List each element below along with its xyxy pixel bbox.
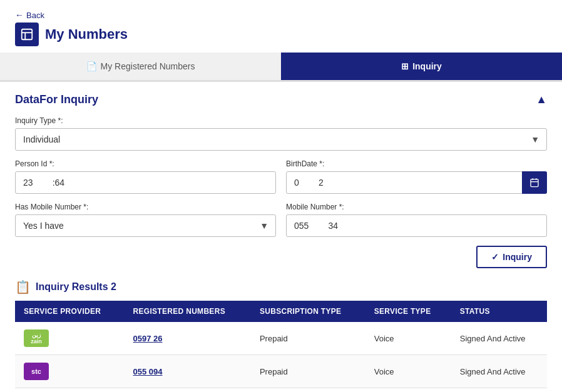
- has-mobile-label: Has Mobile Number *:: [15, 203, 276, 211]
- page-header: ← Back My Numbers: [0, 0, 562, 53]
- birth-date-label: BirthDate *:: [286, 159, 547, 168]
- table-row: stc055 094PrepaidVoiceSigned And Active: [15, 355, 547, 388]
- results-title: Inquiry Results 2: [36, 281, 116, 293]
- tab-inquiry[interactable]: ⊞ Inquiry: [281, 53, 562, 80]
- mobile-row: Has Mobile Number *: Yes I have No ▼ Mob…: [15, 203, 547, 237]
- mobile-number-col: Mobile Number *:: [286, 203, 547, 237]
- person-id-input[interactable]: [15, 171, 276, 194]
- birth-date-wrapper: [286, 171, 547, 194]
- registered-number: 0597 26: [133, 334, 163, 343]
- has-mobile-col: Has Mobile Number *: Yes I have No ▼: [15, 203, 276, 237]
- col-subscription-type: SUBSCRIPTION TYPE: [251, 301, 365, 322]
- tab-registered-icon: 📄: [86, 61, 97, 71]
- results-header: 📋 Inquiry Results 2: [15, 279, 547, 294]
- tab-inquiry-label: Inquiry: [412, 61, 442, 71]
- registered-number: 055 094: [133, 367, 163, 376]
- registered-number-cell: 055 094: [125, 355, 251, 388]
- results-icon: 📋: [15, 279, 31, 294]
- svg-rect-3: [531, 179, 538, 187]
- person-id-col: Person Id *:: [15, 159, 276, 194]
- col-status: STATUS: [451, 301, 547, 322]
- page-wrapper: ← Back My Numbers 📄 My Registered Number…: [0, 0, 562, 392]
- has-mobile-select-wrapper: Yes I have No ▼: [15, 214, 276, 237]
- service-type-cell: Voice: [365, 355, 451, 388]
- back-link[interactable]: ← Back: [15, 10, 547, 20]
- birth-date-input[interactable]: [286, 171, 547, 194]
- inquiry-type-label: Inquiry Type *:: [15, 116, 547, 125]
- page-icon: [15, 23, 39, 46]
- registered-number-cell: 0597 26: [125, 322, 251, 355]
- person-id-label: Person Id *:: [15, 159, 276, 168]
- subscription-type-cell: Prepaid: [251, 355, 365, 388]
- inquiry-button-label: Inquiry: [503, 252, 532, 262]
- mobile-number-input[interactable]: [286, 214, 547, 237]
- person-birth-row: Person Id *: BirthDate *:: [15, 159, 547, 194]
- status-cell: Signed And Active: [451, 355, 547, 388]
- tab-registered-label: My Registered Numbers: [101, 61, 195, 71]
- inquiry-type-select[interactable]: Individual Corporate: [15, 128, 547, 151]
- provider-logo-stc: stc: [24, 363, 49, 380]
- mobile-number-label: Mobile Number *:: [286, 203, 547, 211]
- has-mobile-select[interactable]: Yes I have No: [15, 214, 276, 237]
- section-header: DataFor Inquiry ▲: [15, 93, 547, 106]
- inquiry-btn-row: ✓ Inquiry: [15, 246, 547, 268]
- provider-logo-zain: زينzain: [24, 329, 49, 347]
- back-label: Back: [26, 11, 44, 20]
- inquiry-check-icon: ✓: [491, 252, 499, 262]
- page-title: My Numbers: [45, 26, 128, 43]
- page-title-row: My Numbers: [15, 23, 547, 46]
- results-table: SERVICE PROVIDER REGISTERED NUMBERS SUBS…: [15, 301, 547, 388]
- tab-inquiry-icon: ⊞: [401, 61, 409, 71]
- tab-registered[interactable]: 📄 My Registered Numbers: [0, 53, 281, 80]
- back-arrow-icon: ←: [15, 10, 24, 20]
- inquiry-button[interactable]: ✓ Inquiry: [476, 246, 547, 268]
- provider-cell: زينzain: [15, 322, 125, 355]
- provider-cell: stc: [15, 355, 125, 388]
- status-cell: Signed And Active: [451, 322, 547, 355]
- calendar-button[interactable]: [522, 171, 547, 194]
- subscription-type-cell: Prepaid: [251, 322, 365, 355]
- section-title: DataFor Inquiry: [15, 93, 98, 106]
- col-registered-numbers: REGISTERED NUMBERS: [125, 301, 251, 322]
- inquiry-type-group: Inquiry Type *: Individual Corporate ▼: [15, 116, 547, 151]
- table-header-row: SERVICE PROVIDER REGISTERED NUMBERS SUBS…: [15, 301, 547, 322]
- collapse-icon[interactable]: ▲: [536, 93, 547, 106]
- col-service-provider: SERVICE PROVIDER: [15, 301, 125, 322]
- service-type-cell: Voice: [365, 322, 451, 355]
- col-service-type: SERVICE TYPE: [365, 301, 451, 322]
- inquiry-type-select-wrapper: Individual Corporate ▼: [15, 128, 547, 151]
- birth-date-col: BirthDate *:: [286, 159, 547, 194]
- inquiry-form-section: DataFor Inquiry ▲ Inquiry Type *: Indivi…: [0, 82, 562, 392]
- table-row: زينzain0597 26PrepaidVoiceSigned And Act…: [15, 322, 547, 355]
- svg-rect-0: [22, 29, 33, 40]
- tabs-bar: 📄 My Registered Numbers ⊞ Inquiry: [0, 53, 562, 82]
